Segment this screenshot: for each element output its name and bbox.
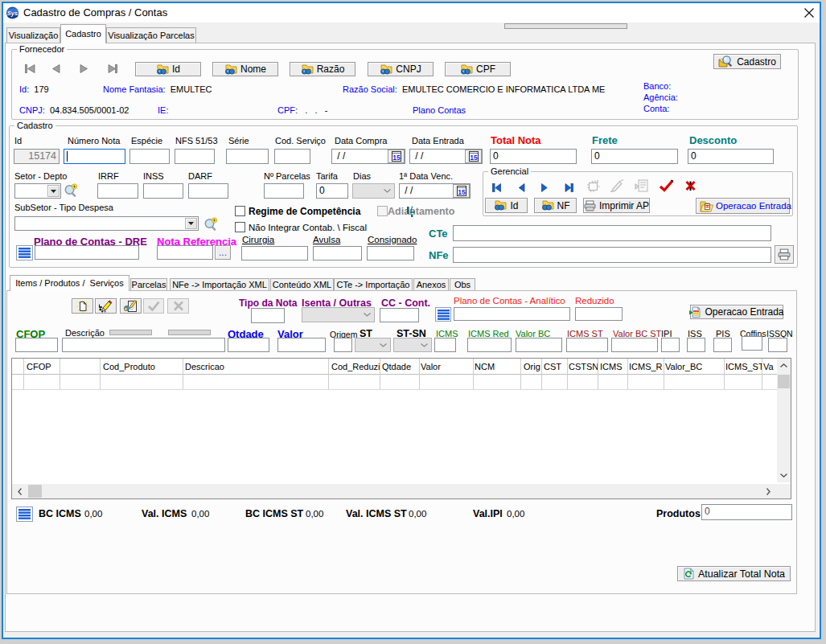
svg-text:Sys: Sys <box>7 10 18 17</box>
svg-text:15: 15 <box>470 154 478 162</box>
svg-text:15: 15 <box>458 188 466 196</box>
svg-text:15: 15 <box>392 154 401 162</box>
